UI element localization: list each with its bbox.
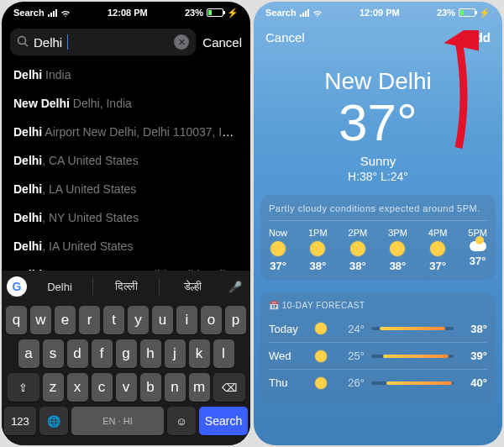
hour-col: Now37° <box>269 228 287 272</box>
battery-pct: 23% <box>185 8 203 18</box>
charging-icon: ⚡ <box>227 8 239 18</box>
key-t[interactable]: t <box>103 306 124 334</box>
status-bar: Search 12:09 PM 23% ⚡ <box>254 2 502 24</box>
space-key[interactable]: EN · HI <box>71 407 164 435</box>
svg-point-0 <box>18 36 26 44</box>
emoji-key[interactable]: ☺ <box>167 407 196 435</box>
search-result[interactable]: Delhi, NY United States <box>13 203 239 232</box>
summary-text: Partly cloudy conditions expected around… <box>269 203 487 221</box>
wifi-icon <box>312 9 323 17</box>
svg-line-1 <box>25 43 29 46</box>
key-s[interactable]: s <box>43 339 64 368</box>
hour-col: 3PM38° <box>388 228 407 272</box>
sun-icon <box>350 241 365 256</box>
results-list: Delhi IndiaNew Delhi Delhi, IndiaDelhi A… <box>2 60 250 289</box>
key-j[interactable]: j <box>165 339 186 368</box>
key-w[interactable]: w <box>30 306 51 334</box>
key-v[interactable]: v <box>116 373 137 402</box>
google-icon[interactable]: G <box>7 276 27 297</box>
sun-icon <box>310 241 325 256</box>
key-m[interactable]: m <box>189 373 210 402</box>
battery-icon <box>459 8 475 17</box>
current-temp: 37° <box>254 97 502 149</box>
search-result[interactable]: New Delhi Delhi, India <box>13 89 239 118</box>
add-button[interactable]: Add <box>466 30 491 45</box>
hourly-row[interactable]: Now37°1PM38°2PM38°3PM38°4PM37°5PM37° <box>269 228 487 272</box>
day-row[interactable]: Thu26°40° <box>269 369 487 396</box>
daily-card: 📅 10-DAY FORECAST Today24°38°Wed25°39°Th… <box>260 292 496 404</box>
key-i[interactable]: i <box>176 306 197 334</box>
search-screen: Search 12:08 PM 23% ⚡ Delhi ✕ Cancel Del… <box>2 2 250 445</box>
search-field[interactable]: Delhi ✕ <box>10 29 196 55</box>
hour-col: 4PM37° <box>428 228 448 272</box>
battery-icon <box>207 8 223 17</box>
search-bar: Delhi ✕ Cancel <box>2 24 250 60</box>
key-o[interactable]: o <box>201 306 222 334</box>
mic-icon[interactable]: 🎤 <box>225 281 245 293</box>
signal-icon <box>300 9 309 17</box>
status-bar: Search 12:08 PM 23% ⚡ <box>2 2 250 24</box>
key-f[interactable]: f <box>92 339 113 368</box>
suggestion[interactable]: डेल्ही <box>165 280 220 293</box>
sun-icon <box>390 241 405 256</box>
key-p[interactable]: p <box>225 306 246 334</box>
hour-col: 5PM37° <box>468 228 487 272</box>
battery-pct: 23% <box>437 8 455 18</box>
key-n[interactable]: n <box>165 373 186 402</box>
suggestion[interactable]: दिल्ली <box>98 280 154 293</box>
shift-key[interactable]: ⇧ <box>8 373 39 402</box>
search-result[interactable]: Delhi, IA United States <box>13 232 239 260</box>
hi-lo: H:38° L:24° <box>254 170 502 183</box>
search-result[interactable]: Delhi Airport New Delhi, Delhi 110037, I… <box>13 118 239 146</box>
city-name: New Delhi <box>254 68 502 95</box>
clock: 12:08 PM <box>108 8 148 18</box>
key-z[interactable]: z <box>43 373 64 402</box>
key-c[interactable]: c <box>92 373 113 402</box>
suggestion[interactable]: Delhi <box>32 281 87 293</box>
sun-icon <box>315 377 327 389</box>
clear-icon[interactable]: ✕ <box>174 34 189 50</box>
backspace-key[interactable]: ⌫ <box>213 373 245 402</box>
back-label[interactable]: Search <box>265 8 297 18</box>
key-g[interactable]: g <box>116 339 137 368</box>
sun-icon <box>315 323 327 334</box>
condition-text: Sunny <box>254 154 502 168</box>
charging-icon: ⚡ <box>479 8 491 18</box>
key-l[interactable]: l <box>213 339 234 368</box>
sun-icon <box>430 241 445 256</box>
weather-screen: Search 12:09 PM 23% ⚡ Cancel Add New Del… <box>254 2 502 445</box>
cloud-icon <box>470 241 486 251</box>
key-a[interactable]: a <box>18 339 39 368</box>
key-h[interactable]: h <box>140 339 161 368</box>
key-k[interactable]: k <box>189 339 210 368</box>
day-row[interactable]: Today24°38° <box>269 315 487 342</box>
cancel-button[interactable]: Cancel <box>202 35 242 50</box>
keyboard: G Delhi दिल्ली डेल्ही 🎤 qwertyuiop asdfg… <box>2 271 250 445</box>
clock: 12:09 PM <box>360 8 400 18</box>
cancel-button[interactable]: Cancel <box>265 30 305 45</box>
hour-col: 2PM38° <box>349 228 368 272</box>
back-label[interactable]: Search <box>13 8 45 18</box>
signal-icon <box>48 9 57 17</box>
key-u[interactable]: u <box>152 306 173 334</box>
sun-icon <box>270 241 286 256</box>
key-d[interactable]: d <box>67 339 88 368</box>
key-y[interactable]: y <box>128 306 149 334</box>
key-q[interactable]: q <box>6 306 27 334</box>
keyboard-rows: qwertyuiop asdfghjkl ⇧zxcvbnm⌫ 123 🌐 EN … <box>2 302 250 445</box>
search-result[interactable]: Delhi, LA United States <box>13 175 239 203</box>
key-e[interactable]: e <box>55 306 76 334</box>
forecast-label: 📅 10-DAY FORECAST <box>269 301 487 310</box>
key-r[interactable]: r <box>79 306 100 334</box>
suggestion-bar: G Delhi दिल्ली डेल्ही 🎤 <box>2 271 250 302</box>
numbers-key[interactable]: 123 <box>4 407 36 435</box>
search-result[interactable]: Delhi India <box>13 60 239 89</box>
key-x[interactable]: x <box>67 373 88 402</box>
wifi-icon <box>60 9 71 17</box>
key-b[interactable]: b <box>140 373 161 402</box>
globe-key[interactable]: 🌐 <box>39 407 68 435</box>
search-key[interactable]: Search <box>199 407 248 435</box>
search-result[interactable]: Delhi, CA United States <box>13 146 239 175</box>
day-row[interactable]: Wed25°39° <box>269 342 487 369</box>
current-conditions: New Delhi 37° Sunny H:38° L:24° <box>254 68 502 183</box>
